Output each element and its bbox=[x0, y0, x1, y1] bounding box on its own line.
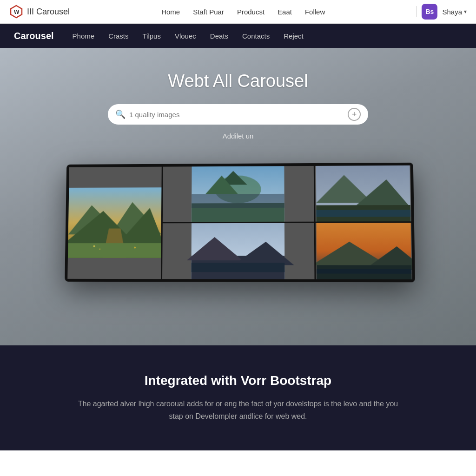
top-navbar: W III Carousel Home Staft Puar Producst … bbox=[0, 0, 476, 24]
sec-nav-vloues[interactable]: Vlouес bbox=[175, 32, 196, 40]
hero-subtitle: Addilet un bbox=[223, 132, 254, 140]
landscape-svg-3 bbox=[315, 165, 411, 222]
landscape-svg-4 bbox=[162, 223, 314, 279]
user-name: Shaya bbox=[442, 8, 462, 16]
carousel-img-bottom-left bbox=[162, 223, 314, 279]
svg-rect-12 bbox=[68, 243, 161, 258]
nav-divider bbox=[416, 6, 417, 17]
chevron-down-icon: ▾ bbox=[464, 8, 467, 15]
hero-section: Webt All Carousel 🔍 + Addilet un bbox=[0, 48, 476, 345]
top-nav-links: Home Staft Puar Producst Eaat Follew bbox=[161, 8, 325, 16]
top-logo: W III Carousel bbox=[9, 5, 70, 19]
carousel-img-top-left bbox=[163, 166, 314, 222]
carousel-container bbox=[64, 163, 412, 282]
carousel-img-bottom-right bbox=[315, 223, 412, 279]
search-input[interactable] bbox=[129, 111, 344, 119]
landscape-svg-center bbox=[67, 167, 162, 279]
secondary-navbar: Carousel Phome Crasts Tilpus Vlouес Deat… bbox=[0, 24, 476, 48]
top-nav-follew[interactable]: Follew bbox=[305, 8, 325, 16]
search-icon: 🔍 bbox=[115, 109, 126, 119]
bottom-title: Integrated with Vorr Bootstrap bbox=[37, 373, 439, 388]
sec-nav-deats[interactable]: Deats bbox=[210, 32, 228, 40]
sec-nav-reject[interactable]: Reject bbox=[284, 32, 304, 40]
user-menu[interactable]: Shaya ▾ bbox=[442, 8, 467, 16]
svg-rect-30 bbox=[317, 269, 411, 273]
landscape-svg-5 bbox=[315, 223, 412, 279]
carousel-panel bbox=[65, 163, 415, 282]
carousel-img-center bbox=[67, 167, 162, 279]
sec-nav-phome[interactable]: Phome bbox=[73, 32, 95, 40]
logo-icon: W bbox=[9, 5, 23, 19]
svg-point-15 bbox=[134, 247, 136, 249]
secondary-nav-links: Phome Crasts Tilpus Vlouес Deats Contact… bbox=[73, 32, 304, 40]
top-nav-producst[interactable]: Producst bbox=[237, 8, 264, 16]
svg-rect-25 bbox=[192, 263, 285, 272]
top-nav-home[interactable]: Home bbox=[161, 8, 180, 16]
svg-text:W: W bbox=[14, 9, 20, 15]
top-nav-staft[interactable]: Staft Puar bbox=[193, 8, 224, 16]
top-nav-right: Bs Shaya ▾ bbox=[416, 4, 467, 20]
search-bar[interactable]: 🔍 + bbox=[108, 104, 368, 125]
secondary-brand: Carousel bbox=[14, 31, 54, 41]
bottom-text: The agarted alver lhigh carooual adds fo… bbox=[75, 397, 401, 423]
bottom-section: Integrated with Vorr Bootstrap The agart… bbox=[0, 345, 476, 450]
top-logo-text: III Carousel bbox=[27, 7, 70, 17]
svg-rect-20 bbox=[316, 210, 410, 217]
sec-nav-crasts[interactable]: Crasts bbox=[108, 32, 128, 40]
carousel-img-top-right bbox=[315, 165, 411, 222]
sec-nav-tilpus[interactable]: Tilpus bbox=[142, 32, 160, 40]
sec-nav-contacts[interactable]: Contacts bbox=[242, 32, 270, 40]
search-plus-button[interactable]: + bbox=[348, 108, 361, 121]
landscape-svg-1 bbox=[163, 166, 314, 222]
hero-title: Webt All Carousel bbox=[168, 71, 308, 91]
bs-badge[interactable]: Bs bbox=[422, 4, 437, 20]
svg-rect-7 bbox=[192, 194, 284, 208]
top-nav-eaat[interactable]: Eaat bbox=[278, 8, 292, 16]
